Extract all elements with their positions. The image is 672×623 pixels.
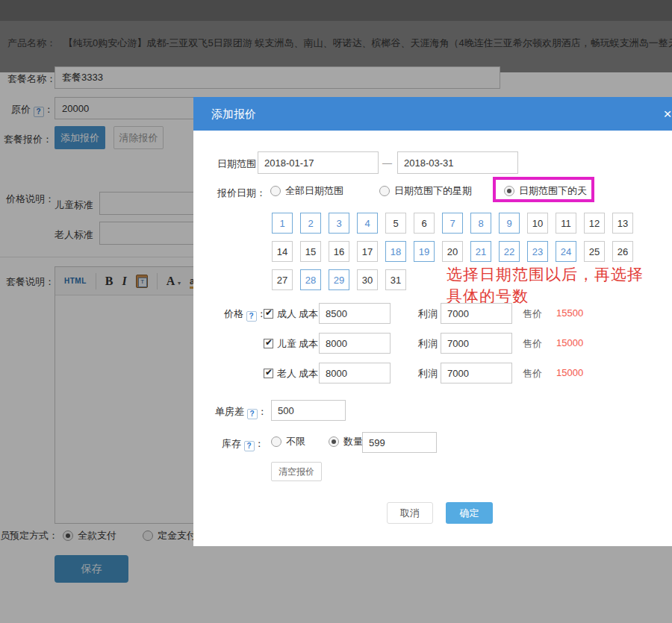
modal-title: 添加报价 bbox=[211, 97, 256, 131]
day-cell-7[interactable]: 7 bbox=[442, 213, 463, 234]
day-cell-8[interactable]: 8 bbox=[470, 213, 491, 234]
day-cell-18[interactable]: 18 bbox=[385, 241, 406, 262]
date-range-end-input[interactable] bbox=[397, 151, 518, 174]
day-cell-5[interactable]: 5 bbox=[385, 213, 406, 234]
price-text: 价格 bbox=[224, 308, 243, 319]
help-icon[interactable]: ? bbox=[246, 311, 257, 322]
stock-unlimited-radio[interactable] bbox=[271, 436, 281, 447]
day-cell-16[interactable]: 16 bbox=[329, 241, 349, 262]
adult-label: 成人 bbox=[277, 307, 296, 321]
single-room-label: 单房差 ?： bbox=[215, 405, 267, 419]
senior-profit-input[interactable] bbox=[441, 363, 512, 383]
child-profit-input[interactable] bbox=[441, 333, 512, 354]
stock-quantity-label: 数量 bbox=[343, 435, 363, 448]
day-cell-10[interactable]: 10 bbox=[527, 213, 548, 234]
day-cell-31[interactable]: 31 bbox=[385, 269, 406, 290]
adult-profit-input[interactable] bbox=[441, 303, 512, 324]
confirm-button[interactable]: 确定 bbox=[446, 502, 493, 524]
cancel-button[interactable]: 取消 bbox=[387, 502, 433, 524]
day-cell-21[interactable]: 21 bbox=[470, 241, 491, 262]
cost-label: 成本 bbox=[299, 307, 318, 321]
day-cell-22[interactable]: 22 bbox=[499, 241, 520, 262]
day-cell-9[interactable]: 9 bbox=[499, 213, 520, 234]
annotation-line1: 选择日期范围以后，再选择 bbox=[447, 264, 644, 285]
sale-label: 售价 bbox=[523, 307, 542, 321]
day-cell-3[interactable]: 3 bbox=[329, 213, 349, 234]
date-range-separator: — bbox=[382, 157, 392, 169]
radio-weekdays-label: 日期范围下的星期 bbox=[394, 184, 472, 198]
single-room-text: 单房差 bbox=[215, 406, 244, 417]
radio-weekdays[interactable] bbox=[379, 186, 390, 196]
day-cell-17[interactable]: 17 bbox=[357, 241, 378, 262]
sale-label: 售价 bbox=[523, 367, 542, 381]
senior-checkbox[interactable] bbox=[264, 369, 273, 378]
day-cell-12[interactable]: 12 bbox=[584, 213, 605, 234]
day-cell-1[interactable]: 1 bbox=[272, 213, 293, 234]
page: 产品名称： 【纯玩0购安心游】成都-三亚双飞5日跟团游 蜈支洲岛、南山、呀诺达、… bbox=[0, 0, 672, 623]
colon: ： bbox=[258, 406, 267, 417]
quote-date-option-days[interactable]: 日期范围下的天 bbox=[504, 184, 587, 198]
stock-quantity-option[interactable]: 数量 bbox=[329, 435, 363, 448]
price-label: 价格 ?： bbox=[224, 307, 267, 322]
profit-label: 利润 bbox=[418, 337, 438, 351]
profit-label: 利润 bbox=[418, 367, 438, 381]
day-cell-28[interactable]: 28 bbox=[300, 269, 321, 290]
day-cell-19[interactable]: 19 bbox=[414, 241, 435, 262]
radio-all-dates[interactable] bbox=[270, 186, 281, 196]
child-checkbox[interactable] bbox=[264, 339, 273, 348]
colon: ： bbox=[255, 438, 264, 449]
help-icon[interactable]: ? bbox=[247, 409, 258, 419]
stock-label: 库存 ?： bbox=[222, 437, 264, 451]
senior-cost-input[interactable] bbox=[319, 363, 391, 383]
stock-quantity-radio[interactable] bbox=[329, 436, 339, 447]
day-cell-15[interactable]: 15 bbox=[300, 241, 321, 262]
stock-text: 库存 bbox=[222, 438, 241, 449]
single-room-input[interactable] bbox=[271, 400, 346, 421]
day-cell-11[interactable]: 11 bbox=[556, 213, 576, 234]
child-sale-value: 15000 bbox=[556, 337, 583, 348]
clear-all-quotes-button[interactable]: 清空报价 bbox=[271, 462, 322, 481]
day-cell-4[interactable]: 4 bbox=[357, 213, 378, 234]
day-cell-27[interactable]: 27 bbox=[272, 269, 293, 290]
quote-date-option-all[interactable]: 全部日期范围 bbox=[270, 184, 343, 198]
quote-date-option-weekday[interactable]: 日期范围下的星期 bbox=[379, 184, 472, 198]
day-cell-24[interactable]: 24 bbox=[556, 241, 576, 262]
price-row-child: 儿童 成本 利润 售价 15000 bbox=[193, 332, 672, 354]
cost-label: 成本 bbox=[299, 337, 318, 351]
child-cost-input[interactable] bbox=[319, 333, 391, 354]
day-cell-26[interactable]: 26 bbox=[612, 241, 633, 262]
add-quote-modal: 添加报价 × 日期范围： — 报价日期： 全部日期范围 日期范围下的星期 日期范… bbox=[193, 97, 672, 546]
day-cell-13[interactable]: 13 bbox=[612, 213, 633, 234]
stock-quantity-input[interactable] bbox=[362, 432, 437, 453]
help-icon[interactable]: ? bbox=[244, 441, 255, 451]
day-cell-29[interactable]: 29 bbox=[329, 269, 349, 290]
day-cell-25[interactable]: 25 bbox=[584, 241, 605, 262]
day-cell-20[interactable]: 20 bbox=[442, 241, 463, 262]
adult-cost-input[interactable] bbox=[319, 303, 391, 324]
price-row-senior: 老人 成本 利润 售价 15000 bbox=[193, 362, 672, 384]
day-cell-14[interactable]: 14 bbox=[272, 241, 293, 262]
child-label: 儿童 bbox=[277, 337, 296, 351]
stock-unlimited-option[interactable]: 不限 bbox=[271, 435, 305, 448]
radio-days[interactable] bbox=[504, 186, 514, 196]
sale-label: 售价 bbox=[523, 337, 542, 351]
day-cell-2[interactable]: 2 bbox=[300, 213, 321, 234]
radio-all-dates-label: 全部日期范围 bbox=[285, 184, 343, 198]
price-row-adult: 价格 ?： 成人 成本 利润 售价 15500 bbox=[193, 302, 672, 325]
adult-sale-value: 15500 bbox=[556, 307, 583, 319]
adult-checkbox[interactable] bbox=[264, 309, 273, 319]
modal-header: 添加报价 × bbox=[193, 97, 672, 131]
day-cell-30[interactable]: 30 bbox=[357, 269, 378, 290]
senior-label: 老人 bbox=[277, 367, 296, 381]
radio-days-label: 日期范围下的天 bbox=[519, 184, 587, 198]
stock-unlimited-label: 不限 bbox=[286, 435, 305, 448]
profit-label: 利润 bbox=[418, 307, 438, 321]
day-cell-23[interactable]: 23 bbox=[527, 241, 548, 262]
date-range-start-input[interactable] bbox=[258, 151, 379, 174]
senior-sale-value: 15000 bbox=[556, 367, 583, 378]
close-icon[interactable]: × bbox=[659, 97, 672, 131]
quote-date-label: 报价日期： bbox=[217, 187, 266, 200]
cost-label: 成本 bbox=[299, 367, 318, 381]
day-cell-6[interactable]: 6 bbox=[414, 213, 435, 234]
